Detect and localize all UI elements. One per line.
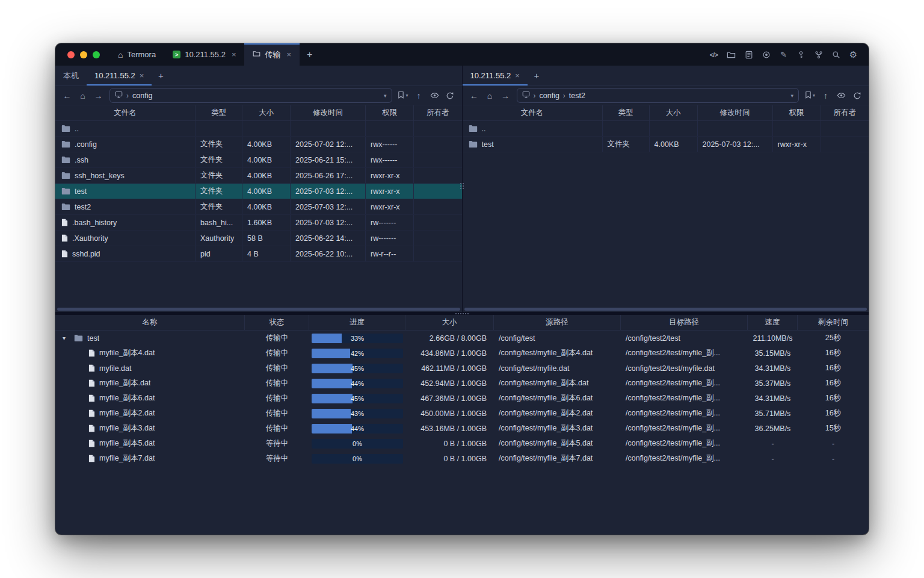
tab-local[interactable]: 本机 [55,66,87,85]
folder-icon[interactable] [724,48,738,61]
file-row[interactable]: sshd.pidpid4 B2025-06-22 10:...rw-r--r-- [55,246,462,262]
column-header[interactable]: 修改时间 [698,105,773,120]
back-button[interactable]: ← [467,89,481,102]
new-tab-button[interactable]: + [300,43,319,66]
tab-ssh-session[interactable]: > 10.211.55.2 × [164,43,244,66]
new-pane-tab-button[interactable]: + [528,66,546,85]
file-row[interactable]: test文件夹4.00KB2025-07-03 12:...rwxr-xr-x [55,184,462,199]
column-header[interactable]: 类型 [196,105,242,120]
log-icon[interactable] [742,48,756,61]
column-header[interactable]: 修改时间 [291,105,366,120]
transfer-row[interactable]: myfile.dat传输中45%462.11MB / 1.00GB/config… [55,361,869,376]
transfer-progress-cell: 0% [309,451,405,466]
column-header[interactable]: 文件名 [55,105,196,120]
transfer-row[interactable]: myfile_副本.dat传输中44%452.94MB / 1.00GB/con… [55,376,869,391]
transfer-splitter-handle[interactable] [455,313,469,314]
file-row[interactable]: .config文件夹4.00KB2025-07-02 12:...rwx----… [55,137,462,152]
column-header[interactable]: 所有者 [821,105,869,120]
chevron-down-icon[interactable]: ▾ [790,93,793,99]
up-directory-button[interactable]: ↑ [819,89,833,102]
transfer-row[interactable]: myfile_副本6.dat传输中45%467.36MB / 1.00GB/co… [55,391,869,406]
branch-icon[interactable] [812,48,825,61]
file-row[interactable]: test文件夹4.00KB2025-07-03 12:...rwxr-xr-x [463,137,869,152]
column-header[interactable]: 大小 [405,315,494,330]
tab-remote-right[interactable]: 10.211.55.2 × [463,66,528,85]
bookmark-button[interactable]: ▾ [803,89,817,102]
column-header[interactable]: 权限 [773,105,821,120]
column-header[interactable]: 源路径 [494,315,621,330]
close-icon[interactable]: × [515,71,520,80]
column-header[interactable]: 速度 [748,315,798,330]
close-icon[interactable]: × [286,50,291,59]
transfer-row[interactable]: myfile_副本4.dat传输中42%434.86MB / 1.00GB/co… [55,346,869,361]
tab-home-label: Termora [127,50,156,59]
transfer-row[interactable]: myfile_副本2.dat传输中43%450.00MB / 1.00GB/co… [55,406,869,421]
zoom-window-button[interactable] [93,51,100,58]
column-header[interactable]: 所有者 [414,105,462,120]
column-header[interactable]: 剩余时间 [798,315,869,330]
show-hidden-button[interactable] [428,89,442,102]
chevron-down-icon[interactable]: ▾ [60,335,68,341]
file-row[interactable]: .bash_historybash_hi...1.60KB2025-07-03 … [55,215,462,231]
bookmark-button[interactable]: ▾ [396,89,410,102]
column-header[interactable]: 进度 [309,315,405,330]
new-pane-tab-button[interactable]: + [152,66,170,85]
file-row[interactable]: .. [463,121,869,137]
progress-label: 42% [312,349,403,358]
transfer-row[interactable]: myfile_副本3.dat传输中44%453.16MB / 1.00GB/co… [55,421,869,436]
breadcrumb[interactable]: › config › test2 ▾ [517,88,799,103]
file-row[interactable]: .XauthorityXauthority58 B2025-06-22 14:.… [55,231,462,246]
tab-remote-left[interactable]: 10.211.55.2 × [87,66,152,85]
refresh-button[interactable] [443,89,457,102]
back-button[interactable]: ← [60,89,74,102]
transfer-speed: 35.15MB/s [748,346,798,361]
column-header[interactable]: 类型 [603,105,650,120]
file-row[interactable]: .ssh文件夹4.00KB2025-06-21 15:...rwx------ [55,152,462,168]
close-icon[interactable]: × [140,71,144,80]
tab-local-label: 本机 [63,70,79,81]
transfer-row[interactable]: myfile_副本7.dat等待中0%0 B / 1.00GB/config/t… [55,451,869,466]
column-header[interactable]: 大小 [650,105,698,120]
home-button[interactable]: ⌂ [76,89,90,102]
transfer-row[interactable]: myfile_副本5.dat等待中0%0 B / 1.00GB/config/t… [55,436,869,451]
code-icon[interactable]: </> [707,48,721,61]
breadcrumb-segment[interactable]: config [540,92,559,100]
transfer-target-path: /config/test2/test/myfile_副... [621,346,748,361]
chevron-down-icon[interactable]: ▾ [384,93,387,99]
show-hidden-button[interactable] [834,89,848,102]
record-icon[interactable] [759,48,773,61]
tab-home[interactable]: ⌂ Termora [109,43,164,66]
close-icon[interactable]: × [232,50,236,59]
home-button[interactable]: ⌂ [483,89,497,102]
search-icon[interactable] [829,48,843,61]
column-header[interactable]: 状态 [245,315,309,330]
minimize-window-button[interactable] [80,51,87,58]
column-header[interactable]: 目标路径 [621,315,748,330]
file-perm-cell [773,121,821,136]
close-window-button[interactable] [67,51,75,58]
pane-splitter-handle[interactable] [460,183,464,189]
breadcrumb-segment[interactable]: config [132,92,152,100]
file-row[interactable]: ssh_host_keys文件夹4.00KB2025-06-26 17:...r… [55,168,462,184]
forward-button[interactable]: → [499,89,513,102]
horizontal-scrollbar[interactable] [57,308,460,311]
column-header[interactable]: 权限 [366,105,414,120]
transfer-row[interactable]: ▾test传输中33%2.66GB / 8.00GB/config/test/c… [55,331,869,346]
tab-transfer[interactable]: 传输 × [244,43,300,66]
breadcrumb-segment[interactable]: test2 [569,92,585,100]
up-directory-button[interactable]: ↑ [412,89,426,102]
forward-button[interactable]: → [91,89,105,102]
column-header[interactable]: 大小 [242,105,291,120]
column-header[interactable]: 文件名 [463,105,603,120]
transfer-eta: 15秒 [798,421,869,436]
transfer-splitter[interactable] [55,312,869,315]
breadcrumb[interactable]: › config ▾ [109,88,392,103]
key-icon[interactable] [794,48,808,61]
settings-icon[interactable]: ⚙ [846,48,860,61]
column-header[interactable]: 名称 [55,315,245,330]
refresh-button[interactable] [850,89,864,102]
file-row[interactable]: .. [55,121,462,137]
file-row[interactable]: test2文件夹4.00KB2025-07-03 12:...rwxr-xr-x [55,199,462,215]
pencil-icon[interactable]: ✎ [777,48,790,61]
horizontal-scrollbar[interactable] [464,308,867,311]
